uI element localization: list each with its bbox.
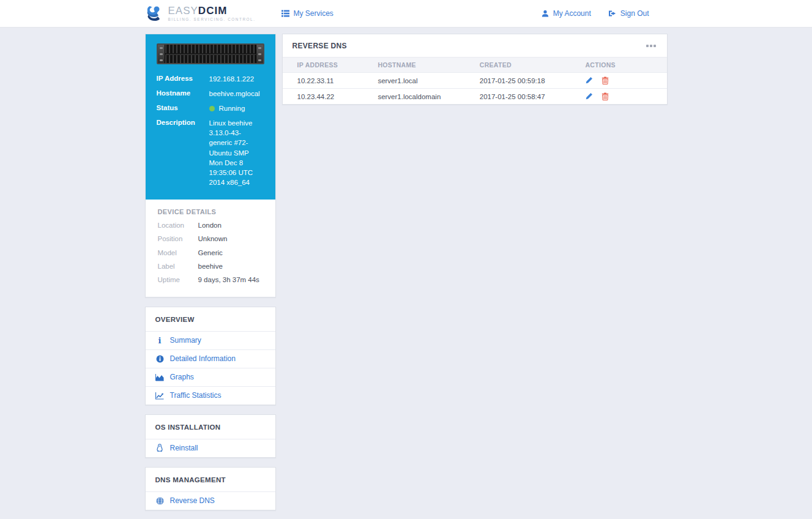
sidebar-item-summary[interactable]: i Summary (146, 331, 275, 349)
cell-ip: 10.23.44.22 (283, 89, 363, 105)
cell-created: 2017-01-25 00:59:18 (465, 73, 571, 89)
sidebar-item-label: Reinstall (170, 444, 198, 452)
cell-created: 2017-01-25 00:58:47 (465, 89, 571, 105)
detail-row-model: Model Generic (158, 248, 263, 257)
top-navbar: EASYDCIM BILLING. SERVICING. CONTROL. My… (0, 0, 812, 28)
globe-icon (155, 497, 165, 505)
sign-out-icon (608, 10, 616, 17)
detail-row-location: Location London (158, 221, 263, 230)
nav-my-account-label: My Account (553, 9, 591, 18)
info-circle-icon (155, 355, 165, 363)
nav-sign-out-label: Sign Out (620, 9, 649, 18)
table-row: 10.22.33.11 server1.local 2017-01-25 00:… (283, 73, 667, 89)
linux-icon (155, 444, 165, 452)
info-icon: i (155, 337, 165, 345)
sidebar-item-label: Traffic Statistics (170, 391, 222, 400)
dns-management-section-title: DNS MANAGEMENT (146, 468, 275, 491)
nav-my-services-label: My Services (294, 9, 333, 18)
device-details-panel: DEVICE DETAILS Location London Position … (146, 200, 275, 297)
cell-hostname: server1.localdomain (363, 89, 464, 105)
reverse-dns-panel: REVERSE DNS IP ADDRESS HOSTNAME CREATED … (282, 34, 668, 105)
server-field-description: Description Linux beehive 3.13.0-43-gene… (157, 118, 264, 187)
panel-options-ellipsis-icon[interactable] (645, 42, 657, 50)
nav-my-account[interactable]: My Account (542, 9, 591, 18)
table-header-row: IP ADDRESS HOSTNAME CREATED ACTIONS (283, 58, 667, 73)
server-field-hostname: Hostname beehive.mglocal (157, 89, 264, 99)
panel-title: REVERSE DNS (292, 42, 347, 50)
sidebar-item-reverse-dns[interactable]: Reverse DNS (146, 491, 275, 510)
cell-hostname: server1.local (363, 73, 464, 89)
cell-ip: 10.22.33.11 (283, 73, 363, 89)
line-chart-icon (155, 392, 165, 400)
sidebar-item-label: Graphs (170, 373, 194, 381)
col-header-actions: ACTIONS (570, 58, 666, 73)
status-running-dot (209, 106, 215, 111)
sidebar-item-label: Detailed Information (170, 354, 236, 363)
status-badge: Running (219, 105, 245, 112)
device-details-title: DEVICE DETAILS (158, 208, 263, 215)
server-summary-card: IP Address 192.168.1.222 Hostname beehiv… (145, 34, 276, 297)
main-content: REVERSE DNS IP ADDRESS HOSTNAME CREATED … (282, 34, 668, 105)
server-field-ip: IP Address 192.168.1.222 (157, 74, 264, 84)
server-field-status: Status Running (157, 103, 264, 113)
area-chart-icon (155, 373, 165, 381)
sidebar-item-graphs[interactable]: Graphs (146, 368, 275, 386)
os-installation-section: OS INSTALLATION Reinstall (145, 414, 276, 458)
brand-tagline: BILLING. SERVICING. CONTROL. (168, 18, 256, 21)
overview-section: OVERVIEW i Summary Detailed Information … (145, 307, 276, 405)
edit-pencil-icon[interactable] (585, 92, 593, 100)
overview-section-title: OVERVIEW (146, 307, 275, 331)
sidebar-item-label: Summary (170, 336, 201, 345)
user-icon (542, 10, 549, 17)
sidebar: IP Address 192.168.1.222 Hostname beehiv… (145, 34, 276, 510)
sidebar-item-reinstall[interactable]: Reinstall (146, 439, 275, 457)
delete-trash-icon[interactable] (602, 77, 609, 84)
sidebar-item-label: Reverse DNS (170, 496, 215, 505)
table-row: 10.23.44.22 server1.localdomain 2017-01-… (283, 89, 667, 105)
rack-server-image (157, 43, 264, 64)
col-header-hostname: HOSTNAME (363, 58, 464, 73)
th-list-icon (281, 10, 289, 17)
col-header-ip: IP ADDRESS (283, 58, 363, 73)
detail-row-uptime: Uptime 9 days, 3h 37m 44s (158, 275, 263, 284)
detail-row-position: Position Unknown (158, 234, 263, 243)
nav-sign-out[interactable]: Sign Out (608, 9, 649, 18)
dns-management-section: DNS MANAGEMENT Reverse DNS (145, 467, 276, 510)
os-installation-section-title: OS INSTALLATION (146, 415, 275, 439)
delete-trash-icon[interactable] (602, 92, 609, 100)
reverse-dns-table: IP ADDRESS HOSTNAME CREATED ACTIONS 10.2… (283, 57, 667, 104)
sidebar-item-detailed-information[interactable]: Detailed Information (146, 349, 275, 368)
easydcim-logo-icon (145, 4, 163, 23)
sidebar-item-traffic-statistics[interactable]: Traffic Statistics (146, 386, 275, 405)
edit-pencil-icon[interactable] (585, 77, 593, 84)
detail-row-label: Label beehive (158, 262, 263, 271)
server-info-panel: IP Address 192.168.1.222 Hostname beehiv… (146, 34, 275, 200)
nav-my-services[interactable]: My Services (281, 9, 333, 18)
col-header-created: CREATED (465, 58, 571, 73)
brand-name: EASYDCIM (168, 6, 256, 16)
brand-logo[interactable]: EASYDCIM BILLING. SERVICING. CONTROL. (145, 4, 256, 23)
